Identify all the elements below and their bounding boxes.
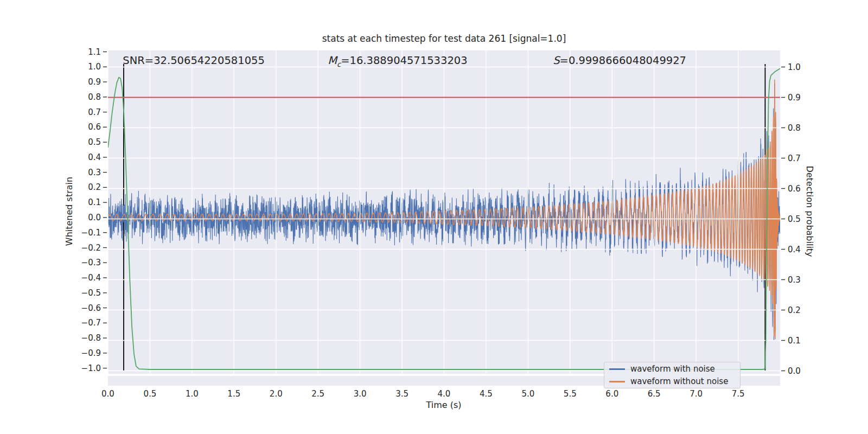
y-tick-left: −0.5 xyxy=(63,288,101,298)
y-tick-left: −0.6 xyxy=(63,303,101,313)
x-tick: 3.5 xyxy=(386,389,418,399)
annotation-mc-value: =16.388904571533203 xyxy=(341,54,467,67)
legend-label-with-noise: waveform with noise xyxy=(630,364,715,374)
y-tick-left: −0.9 xyxy=(63,348,101,358)
x-tick: 4.5 xyxy=(470,389,502,399)
annotation-s-value: =0.9998666048049927 xyxy=(560,54,686,67)
x-tick: 1.0 xyxy=(176,389,208,399)
y-tick-left: −0.4 xyxy=(63,273,101,283)
x-tick: 5.5 xyxy=(554,389,586,399)
x-tick: 1.5 xyxy=(218,389,250,399)
figure: stats at each timestep for test data 261… xyxy=(0,0,868,434)
y-tick-left: 0.1 xyxy=(63,197,101,207)
y-tick-right: 0.3 xyxy=(788,275,820,285)
legend-label-without-noise: waveform without noise xyxy=(630,376,728,386)
y-tick-left: 1.1 xyxy=(63,47,101,57)
x-tick: 4.0 xyxy=(428,389,461,399)
x-tick: 7.0 xyxy=(680,389,712,399)
y-tick-left: −0.7 xyxy=(63,318,101,328)
x-tick: 2.5 xyxy=(302,389,334,399)
x-tick: 3.0 xyxy=(344,389,376,399)
y-tick-right: 0.8 xyxy=(788,123,820,133)
annotation-snr-label: SNR xyxy=(123,54,145,67)
y-tick-right: 0.4 xyxy=(788,245,820,254)
y-tick-left: 0.6 xyxy=(63,122,101,132)
y-tick-left: 0.4 xyxy=(63,152,101,162)
y-tick-left: 0.7 xyxy=(63,107,101,117)
y-tick-right: 0.5 xyxy=(788,214,820,224)
y-tick-right: 0.6 xyxy=(788,184,820,194)
legend-entry-with-noise: waveform with noise xyxy=(604,363,740,374)
y-tick-left: −0.1 xyxy=(63,228,101,238)
legend-entry-without-noise: waveform without noise xyxy=(604,376,740,387)
y-tick-right: 0.9 xyxy=(788,93,820,103)
y-tick-right: 0.7 xyxy=(788,154,820,163)
legend-swatch-orange xyxy=(609,381,625,382)
x-tick: 0.5 xyxy=(133,389,166,399)
x-tick: 7.5 xyxy=(722,389,755,399)
y-tick-left: 1.0 xyxy=(63,62,101,72)
y-tick-left: −0.8 xyxy=(63,333,101,343)
x-tick: 2.0 xyxy=(260,389,292,399)
x-tick: 5.0 xyxy=(512,389,544,399)
y-tick-right: 0.1 xyxy=(788,336,820,346)
x-tick: 6.0 xyxy=(596,389,628,399)
chart-title: stats at each timestep for test data 261… xyxy=(108,33,780,44)
x-axis-label: Time (s) xyxy=(362,400,525,410)
y-tick-left: −0.3 xyxy=(63,258,101,267)
y-tick-left: 0.3 xyxy=(63,168,101,177)
annotation-chirp-mass: Mc=16.388904571533203 xyxy=(328,54,467,68)
y-tick-left: 0.8 xyxy=(63,92,101,102)
legend-swatch-blue xyxy=(609,368,625,370)
annotation-s-label: S xyxy=(553,54,559,67)
annotation-significance: S=0.9998666048049927 xyxy=(553,54,686,67)
x-tick: 0.0 xyxy=(92,389,124,399)
y-tick-left: 0.9 xyxy=(63,77,101,87)
legend: waveform with noise waveform without noi… xyxy=(604,362,741,388)
x-tick: 6.5 xyxy=(638,389,671,399)
annotation-mc-label: M xyxy=(328,54,337,67)
y-tick-left: 0.5 xyxy=(63,137,101,147)
y-tick-left: −0.2 xyxy=(63,243,101,253)
y-tick-right: 1.0 xyxy=(788,62,820,72)
y-tick-right: 0.0 xyxy=(788,366,820,376)
annotation-snr-value: =32.50654220581055 xyxy=(145,54,265,67)
annotation-snr: SNR=32.50654220581055 xyxy=(123,54,265,67)
y-tick-left: 0.0 xyxy=(63,213,101,222)
y-tick-right: 0.2 xyxy=(788,305,820,315)
y-tick-left: 0.2 xyxy=(63,182,101,192)
y-tick-left: −1.0 xyxy=(63,363,101,373)
